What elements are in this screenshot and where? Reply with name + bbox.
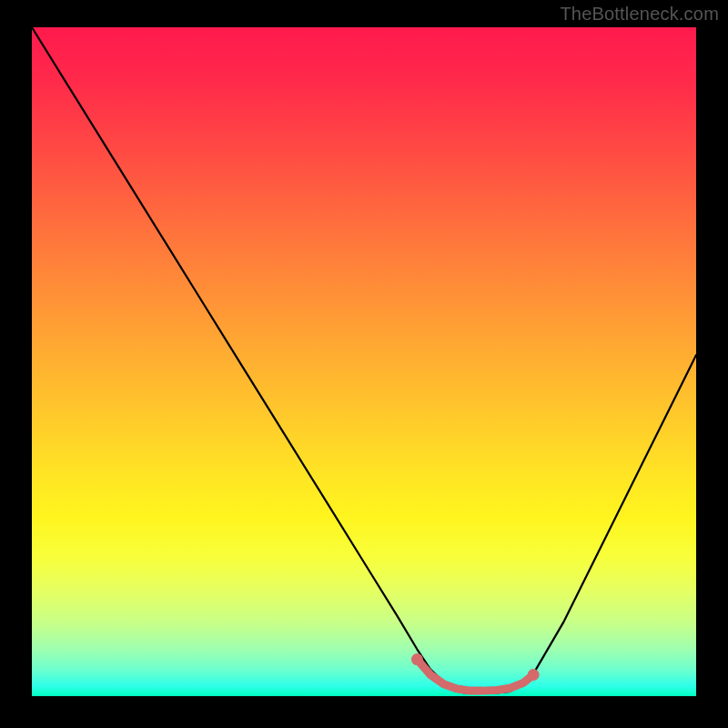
bottleneck-curve-path: [32, 27, 696, 693]
flat-optimum-band: [411, 653, 540, 691]
chart-plot-area: [32, 27, 696, 696]
watermark-text: TheBottleneck.com: [560, 4, 719, 25]
chart-overlay-svg: [32, 27, 696, 696]
svg-point-1: [528, 669, 540, 681]
svg-point-0: [411, 653, 423, 665]
